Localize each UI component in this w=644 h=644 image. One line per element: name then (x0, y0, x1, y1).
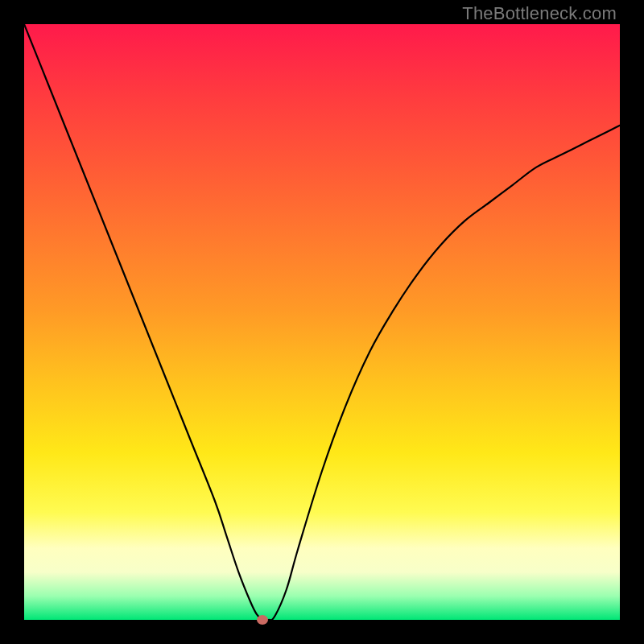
minimum-marker (257, 615, 268, 625)
bottleneck-curve (24, 24, 620, 620)
chart-frame: TheBottleneck.com (0, 0, 644, 644)
plot-area (24, 24, 620, 620)
watermark-text: TheBottleneck.com (462, 3, 617, 24)
curve-svg (24, 24, 620, 620)
